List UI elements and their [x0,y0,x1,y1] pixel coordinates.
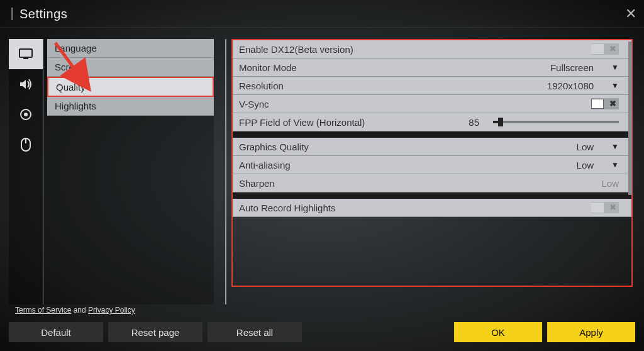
row-label: Sharpen [239,178,275,189]
row-label: Monitor Mode [239,62,297,73]
chevron-down-icon: ▼ [611,142,619,151]
link-privacy[interactable]: Privacy Policy [88,306,135,315]
settings-panel: Enable DX12(Beta version) ✖ Monitor Mode… [231,39,633,287]
legal-links: Terms of Service and Privacy Policy [15,306,135,315]
ok-button[interactable]: OK [454,322,542,342]
rail-audio-icon[interactable] [9,69,43,99]
row-label: Resolution [239,81,284,91]
submenu-item-highlights[interactable]: Highlights [47,97,214,116]
titlebar: Settings ✕ [0,0,644,28]
dropdown-anti-aliasing[interactable]: Low ▼ [577,160,619,170]
rail-mouse-icon[interactable] [9,130,43,160]
row-fov: FPP Field of View (Horizontal) 85 [233,113,631,131]
section-divider [233,192,631,199]
row-label: FPP Field of View (Horizontal) [239,117,365,128]
link-tos[interactable]: Terms of Service [15,306,71,315]
slider-fov[interactable]: 85 [469,117,619,128]
toggle-auto-record[interactable]: ✖ [591,202,619,213]
row-label: Graphics Quality [239,142,309,152]
row-anti-aliasing[interactable]: Anti-aliasing Low ▼ [233,156,631,174]
readonly-value: Low [601,178,619,189]
svg-rect-1 [23,58,28,59]
chevron-down-icon: ▼ [611,160,619,169]
dropdown-value: Fullscreen [550,62,594,73]
dropdown-monitor-mode[interactable]: Fullscreen ▼ [550,62,619,73]
dropdown-value: Low [577,142,594,152]
row-vsync: V-Sync ✖ [233,95,631,113]
submenu-item-language[interactable]: Language [47,39,214,58]
row-monitor-mode[interactable]: Monitor Mode Fullscreen ▼ [233,58,631,77]
row-label: Auto Record Highlights [239,203,335,213]
icon-rail [9,39,43,304]
dropdown-value: Low [577,160,594,170]
dropdown-resolution[interactable]: 1920x1080 ▼ [547,81,619,91]
svg-point-3 [24,113,28,116]
dropdown-value: 1920x1080 [547,81,594,91]
svg-rect-0 [19,49,32,57]
rail-accessibility-icon[interactable] [9,99,43,130]
row-label: Anti-aliasing [239,160,291,170]
row-graphics-quality[interactable]: Graphics Quality Low ▼ [233,138,631,156]
rail-display-icon[interactable] [9,39,43,69]
content: Enable DX12(Beta version) ✖ Monitor Mode… [225,39,635,304]
legal-and: and [71,306,88,315]
scrollbar[interactable] [628,42,632,195]
slider-track[interactable] [493,121,619,123]
row-auto-record: Auto Record Highlights ✖ [233,199,631,217]
chevron-down-icon: ▼ [611,81,619,90]
submenu-item-quality[interactable]: Quality [47,77,214,97]
close-icon[interactable]: ✕ [625,6,636,22]
section-divider [233,131,631,138]
row-sharpen: Sharpen Low [233,174,631,192]
page-title: Settings [11,8,67,20]
slider-value: 85 [469,117,479,128]
footer: Default Reset page Reset all OK Apply [9,322,635,342]
submenu-label: Quality [56,82,86,92]
chevron-down-icon: ▼ [611,63,619,72]
row-resolution[interactable]: Resolution 1920x1080 ▼ [233,77,631,95]
toggle-dx12[interactable]: ✖ [591,43,619,55]
submenu-label: Highlights [55,101,96,111]
body: Language Screen Quality Highlights Enabl… [0,28,644,304]
submenu-label: Screen [55,62,85,72]
reset-all-button[interactable]: Reset all [208,322,302,342]
apply-button[interactable]: Apply [547,322,635,342]
dropdown-graphics-quality[interactable]: Low ▼ [577,142,619,152]
row-label: V-Sync [239,99,269,109]
row-label: Enable DX12(Beta version) [239,44,353,55]
toggle-vsync[interactable]: ✖ [591,98,619,109]
default-button[interactable]: Default [9,322,103,342]
reset-page-button[interactable]: Reset page [108,322,203,342]
submenu: Language Screen Quality Highlights [43,39,214,304]
row-enable-dx12: Enable DX12(Beta version) ✖ [233,40,631,58]
submenu-item-screen[interactable]: Screen [47,58,214,77]
submenu-label: Language [55,43,97,53]
